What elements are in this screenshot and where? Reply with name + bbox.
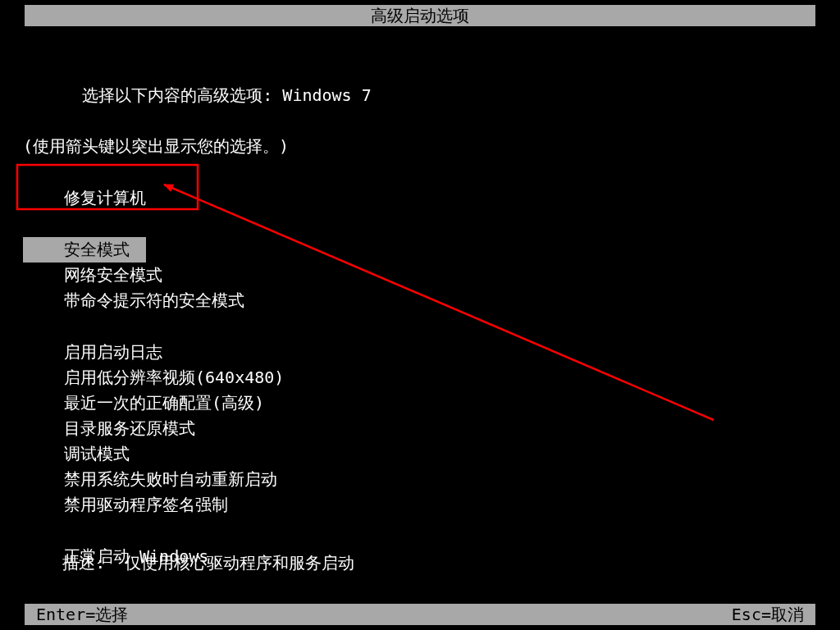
- description-label: 描述:: [62, 553, 105, 573]
- menu-group: 修复计算机: [23, 185, 817, 211]
- menu-item-low-res[interactable]: 启用低分辨率视频(640x480): [23, 365, 817, 390]
- hint-line: (使用箭头键以突出显示您的选择。): [23, 134, 817, 159]
- prompt-line: 选择以下内容的高级选项: Windows 7: [23, 57, 817, 134]
- footer-bar: Enter=选择 Esc=取消: [25, 604, 815, 625]
- menu-item-safe-mode[interactable]: 安全模式: [23, 237, 146, 262]
- menu-group: 安全模式 网络安全模式 带命令提示符的安全模式: [23, 237, 817, 313]
- title-text: 高级启动选项: [371, 6, 469, 25]
- menu-item-disable-driver-sig[interactable]: 禁用驱动程序签名强制: [23, 492, 817, 518]
- prompt-prefix: 选择以下内容的高级选项:: [82, 85, 282, 105]
- menu-item-last-known-good[interactable]: 最近一次的正确配置(高级): [23, 390, 817, 416]
- boot-menu[interactable]: 修复计算机 安全模式 网络安全模式 带命令提示符的安全模式 启用启动日志 启用低…: [23, 185, 817, 569]
- menu-item-safe-mode-cmd[interactable]: 带命令提示符的安全模式: [23, 288, 817, 313]
- menu-item-safe-mode-net[interactable]: 网络安全模式: [23, 262, 817, 288]
- description-line1: 仅使用核心驱动程序和服务启动: [105, 553, 354, 573]
- title-bar: 高级启动选项: [25, 5, 815, 26]
- menu-item-debug[interactable]: 调试模式: [23, 441, 817, 467]
- footer-esc: Esc=取消: [732, 604, 804, 625]
- footer-enter: Enter=选择: [36, 604, 128, 625]
- menu-item-dsrm[interactable]: 目录服务还原模式: [23, 416, 817, 441]
- menu-item-repair[interactable]: 修复计算机: [23, 185, 817, 211]
- boot-screen: 高级启动选项 选择以下内容的高级选项: Windows 7 (使用箭头键以突出显…: [0, 0, 840, 630]
- menu-item-boot-logging[interactable]: 启用启动日志: [23, 340, 817, 365]
- menu-item-disable-auto-restart[interactable]: 禁用系统失败时自动重新启动: [23, 467, 817, 492]
- os-name: Windows 7: [282, 85, 371, 105]
- content-area: 选择以下内容的高级选项: Windows 7 (使用箭头键以突出显示您的选择。)…: [23, 57, 817, 596]
- menu-group: 启用启动日志 启用低分辨率视频(640x480) 最近一次的正确配置(高级) 目…: [23, 340, 817, 518]
